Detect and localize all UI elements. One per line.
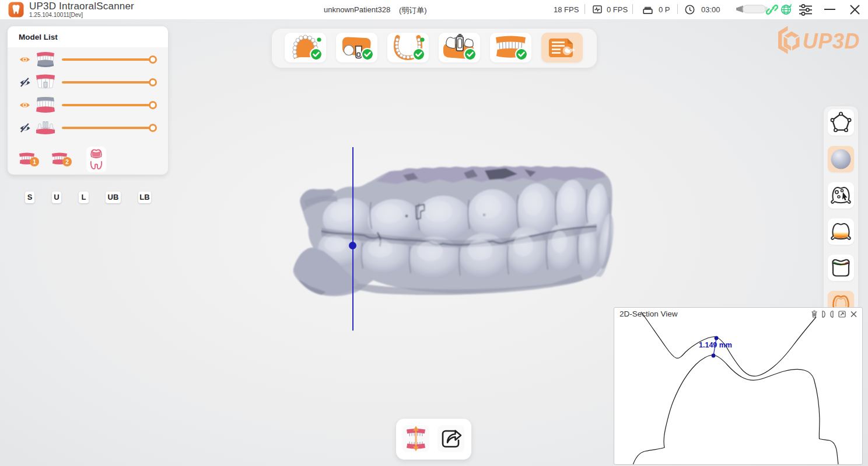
svg-text:UP3D: UP3D [803,29,860,53]
svg-text:2: 2 [65,159,69,165]
svg-text:1: 1 [33,159,36,165]
svg-text:1.149 mm: 1.149 mm [699,341,732,349]
